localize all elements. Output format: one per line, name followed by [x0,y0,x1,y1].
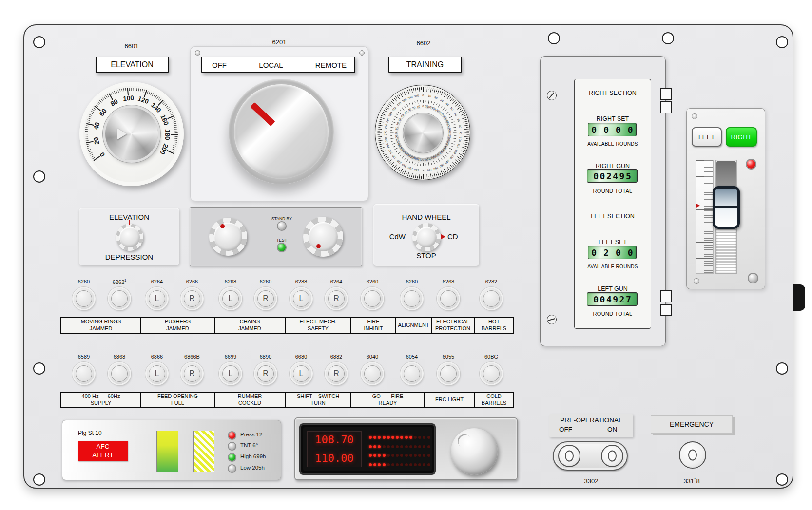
strip-label: ELECTRICALPROTECTION [431,317,475,334]
push-button-6868[interactable] [109,363,130,384]
compass-tick [464,129,469,130]
compass-tick [465,123,468,124]
compass-tick [383,153,387,156]
pre-operational-on-switch[interactable] [601,445,623,467]
compass-tick [379,146,382,147]
left-set-label: LEFT SET [574,239,651,246]
push-button-6260[interactable] [362,288,383,309]
push-button-6699[interactable]: L [220,363,241,384]
compass-tick [395,96,397,99]
compass-tick [377,129,382,130]
compass-inner-tick [393,146,395,148]
compass-tick [379,144,383,145]
push-button-6282[interactable] [481,288,502,309]
matrix-dot [396,463,399,466]
hand-wheel-knob[interactable] [412,223,441,251]
push-button-6288[interactable]: L [291,288,311,309]
screw-icon [692,113,697,119]
dial-minor-tick [118,90,119,93]
button-code-label: 6699 [214,354,247,359]
compass-tick [459,153,463,156]
matrix-dot [383,436,386,439]
compass-tick [464,125,468,126]
test-knob[interactable] [303,217,343,257]
matrix-dot [409,463,412,466]
compass-inner-tick [428,100,429,104]
standby-knob[interactable] [209,218,247,256]
push-button-60BG[interactable] [481,363,502,384]
hinge [660,304,672,316]
push-button-6268[interactable] [438,288,459,309]
afc-alert-indicator: AFC ALERT [78,441,128,461]
compass-inner-tick [428,162,429,166]
elevation-knob[interactable] [105,108,158,160]
compass-tick [381,150,383,151]
training-knob[interactable] [404,114,442,152]
compass-tick [446,94,448,96]
readout-number-box: 108.70 110.00 [307,431,362,467]
compass-tick [426,174,427,179]
mode-knob[interactable] [234,84,329,179]
training-dial-code: 6602 [394,39,453,47]
mount-hole [548,32,560,44]
dial-minor-tick [175,132,178,133]
compass-inner-tick [402,108,404,111]
elev-dep-knob[interactable] [116,224,143,251]
compass-inner-tick [409,161,410,163]
compass-tick [462,117,466,119]
matrix-dot [396,445,399,448]
matrix-dot [418,445,421,448]
status-led-green [229,454,235,461]
emergency-button[interactable] [679,441,706,469]
elevation-dial: 020406080100120140160180200 [79,82,184,186]
slider-handle[interactable] [713,186,740,229]
right-gun-button[interactable]: RIGHT [726,127,757,147]
dial-minor-tick [174,129,177,130]
push-button-6266[interactable]: R [182,288,202,309]
matrix-dot [373,463,376,466]
compass-tick [419,174,420,179]
compass-inner-tick [431,163,432,165]
compass-tick [432,88,433,91]
compass-tick [413,175,414,178]
push-button-6264[interactable]: L [147,288,167,309]
push-button-6260[interactable] [402,288,422,309]
pre-operational-off-switch[interactable] [558,445,580,467]
push-button-6882[interactable]: R [326,363,347,384]
push-button-6054[interactable] [402,363,422,384]
matrix-dot [391,454,394,457]
dial-minor-tick [86,144,89,145]
mount-hole [776,36,788,48]
button-code-label: 6260 [356,279,389,284]
right-gun-caption: ROUND TOTAL [574,188,651,194]
push-button-6264[interactable]: R [326,288,347,309]
dial-minor-tick [116,90,117,93]
matrix-dot [383,454,386,457]
strip-label: RUMMERCOCKED [214,392,286,408]
compass-tick [421,176,421,179]
push-button-6260[interactable]: R [255,288,276,309]
left-gun-button[interactable]: LEFT [692,127,722,147]
push-button-6268[interactable]: L [220,288,241,309]
dial-minor-tick [87,119,90,121]
compass-tick [389,162,391,164]
push-button-6866B[interactable]: R [182,363,202,384]
readout-knob[interactable] [451,428,498,475]
pre-operational-title: PRE-OPERATIONAL [549,416,633,424]
compass-tick [382,112,385,113]
test-label: TEST [263,238,300,243]
push-button-6055[interactable] [438,363,459,384]
compass-inner-tick [396,151,398,152]
push-button-6680[interactable]: L [291,363,311,384]
push-button-6260[interactable] [74,288,94,309]
push-button-6866[interactable]: L [147,363,167,384]
push-button-6890[interactable]: R [255,363,276,384]
push-button-6262[interactable] [109,288,130,309]
push-button-6040[interactable] [362,363,383,384]
compass-inner-tick [454,135,456,136]
push-button-6589[interactable] [74,363,94,384]
mode-knob-pointer [250,102,275,126]
compass-tick [428,176,429,178]
level-gradient-bar [156,431,178,472]
matrix-dot [369,463,372,466]
